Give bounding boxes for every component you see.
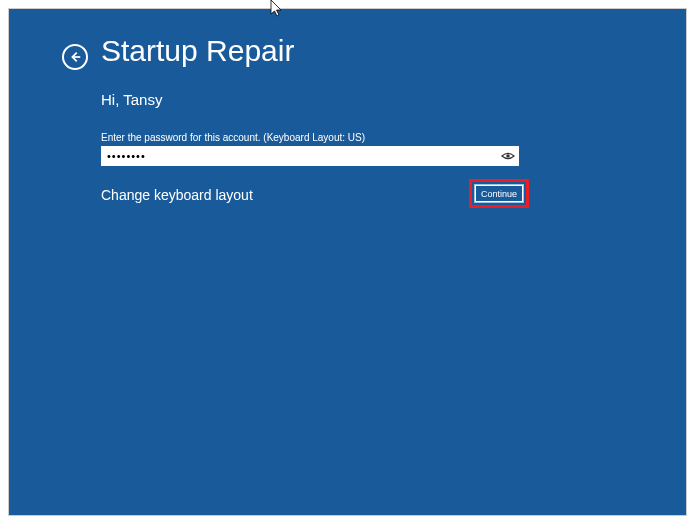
user-greeting: Hi, Tansy bbox=[101, 91, 162, 108]
content-area: Startup Repair Hi, Tansy Enter the passw… bbox=[9, 9, 686, 515]
password-field-container bbox=[101, 146, 519, 166]
password-input[interactable] bbox=[101, 146, 497, 166]
window-frame: Startup Repair Hi, Tansy Enter the passw… bbox=[8, 8, 687, 516]
password-reveal-button[interactable] bbox=[497, 146, 519, 166]
page-title: Startup Repair bbox=[101, 34, 294, 68]
back-button[interactable] bbox=[62, 44, 88, 70]
password-prompt-label: Enter the password for this account. (Ke… bbox=[101, 132, 365, 143]
change-keyboard-layout-link[interactable]: Change keyboard layout bbox=[101, 187, 253, 203]
eye-icon bbox=[501, 151, 515, 161]
continue-highlight-box: Continue bbox=[469, 179, 529, 208]
continue-button[interactable]: Continue bbox=[475, 185, 523, 202]
svg-point-0 bbox=[506, 154, 510, 158]
back-arrow-icon bbox=[68, 50, 82, 64]
